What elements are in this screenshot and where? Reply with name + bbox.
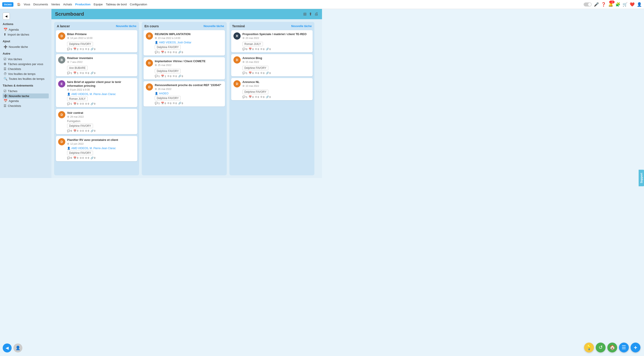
card-assignee-c2: Ann BUBARE bbox=[67, 66, 88, 70]
card-date-t3: ⚙ 10 mai 2022 bbox=[242, 84, 310, 88]
nav-production[interactable]: Production bbox=[75, 3, 90, 6]
footer-chat-c5: 💬 0 bbox=[67, 156, 72, 160]
card-avatar-c4: D bbox=[58, 111, 65, 118]
card-title-c2: Réaliser inventaire bbox=[67, 56, 135, 60]
card-c4[interactable]: D Voir contrat ⚙ 29 mai 2022 Fumigation … bbox=[56, 109, 137, 134]
card-header-c3: E faire Brief et appeler client pour le … bbox=[58, 80, 135, 91]
gear-icon-t1: ⚙ bbox=[242, 37, 245, 40]
calendar-icon: 📅 bbox=[4, 28, 8, 31]
card-title-e2: Implantation Vitrine / Client COMETE bbox=[155, 60, 223, 63]
card-c2[interactable]: B Réaliser inventaire ⚙ 7 aou 2022 Ann B… bbox=[56, 54, 137, 76]
card-meta-e2: Delphine FAVORY bbox=[155, 68, 223, 73]
sidebar-item-nouvelle-tache-2[interactable]: ➕ Nouvelle tache bbox=[3, 94, 49, 98]
sidebar-item-nouvelle-tache[interactable]: ➕ Nouvelle tâche bbox=[3, 44, 49, 49]
card-header-e1: D REUNION IMPLANTATION ⚙ 23 mai 2022 à 1… bbox=[146, 32, 223, 40]
footer-cal-t2: 📅 0 bbox=[249, 72, 254, 74]
sidebar-item-toutes-feuilles[interactable]: 🔍 Toutes les feuilles de temps bbox=[3, 76, 49, 81]
nav-documents[interactable]: Documents bbox=[33, 3, 48, 6]
new-task-en-cours[interactable]: Nouvelle tâche bbox=[204, 24, 224, 28]
sidebar-label-vos-taches: Vos tâches bbox=[8, 58, 22, 61]
card-t3[interactable]: D Annonce NL ⚙ 10 mai 2022 Delphine FAVO… bbox=[231, 78, 312, 100]
card-footer-t3: 💬 1 📅 0 ⚙ 0 ⚙ 0 🔗 0 bbox=[234, 96, 310, 98]
card-info-t3: Annonce NL ⚙ 10 mai 2022 bbox=[242, 80, 310, 88]
footer-chat-c1: 💬 3 bbox=[67, 48, 72, 50]
column-en-cours: En cours Nouvelle tâche D REUNION IMPLAN… bbox=[142, 22, 227, 175]
sidebar-item-import[interactable]: ⬆ Import de tâches bbox=[3, 32, 49, 37]
card-info-e1: REUNION IMPLANTATION ⚙ 23 mai 2022 à 14:… bbox=[155, 32, 223, 40]
sidebar-item-vos-feuilles[interactable]: ⏱ Vos feuilles de temps bbox=[3, 71, 49, 76]
sidebar-item-taches[interactable]: ☑ Tâches bbox=[3, 88, 49, 94]
card-partner-c5[interactable]: 👤AMD VIDEOS, M. Pierre-Jean Clarac bbox=[67, 147, 135, 150]
clock-icon: ⏱ bbox=[4, 72, 7, 76]
card-avatar-c5: D bbox=[58, 138, 65, 145]
card-avatar-c1: D bbox=[58, 32, 65, 40]
footer-cal-t3: 📅 0 bbox=[249, 96, 254, 98]
card-date-e2: ⚙ 25 mai 2022 bbox=[155, 64, 223, 67]
card-date-e1: ⚙ 23 mai 2022 à 14:00 bbox=[155, 37, 223, 40]
footer-chat-t1: 💬 0 bbox=[242, 48, 247, 50]
new-task-a-lancer[interactable]: Nouvelle tâche bbox=[116, 24, 136, 28]
nav-vous[interactable]: Vous bbox=[24, 3, 30, 6]
card-partner-c3[interactable]: 👤AMD VIDEOS, M. Pierre-Jean Clarac bbox=[67, 92, 135, 96]
footer-link-c1: 🔗 0 bbox=[90, 48, 96, 50]
card-header-t2: D Annonce Blog ⚙ 15 mai 2022 bbox=[234, 56, 310, 64]
card-date-c5: ⚙ 12 juin 2022 bbox=[67, 142, 135, 145]
nav-achats[interactable]: Achats bbox=[63, 3, 72, 6]
footer-gear-e3: ⚙ 0 bbox=[167, 102, 171, 105]
new-task-termine[interactable]: Nouvelle tâche bbox=[291, 24, 312, 28]
card-c1[interactable]: D Bilan Printane ⚙ 14 juin 2022 à 10:00 … bbox=[56, 30, 137, 52]
card-meta-c3: 👤AMD VIDEOS, M. Pierre-Jean Clarac Roman… bbox=[67, 92, 135, 101]
section-title-actions: Actions bbox=[3, 22, 49, 26]
card-avatar-t3: D bbox=[234, 80, 240, 88]
nav-tableau[interactable]: Tableau de bord bbox=[106, 3, 126, 6]
card-e3[interactable]: D Renouvellement proche du contrat REF '… bbox=[144, 81, 225, 106]
gear-icon: ⚙ bbox=[4, 62, 6, 66]
gear-icon-e3: ⚙ bbox=[155, 88, 157, 90]
card-c3[interactable]: E faire Brief et appeler client pour le … bbox=[56, 78, 137, 107]
column-a-lancer: A lancer Nouvelle tâche D Bilan Printane… bbox=[54, 22, 139, 175]
header-actions: ⊞ ⬆ 🖨 bbox=[303, 12, 318, 16]
sidebar-label-taches-assignees: Tâches assignées par vous bbox=[8, 62, 43, 66]
nav-ventes[interactable]: Ventes bbox=[51, 3, 60, 6]
card-partner-e1[interactable]: 👤AMD VIDEOS, Josh Orétar bbox=[155, 41, 223, 44]
sidebar-item-taches-assignees[interactable]: ⚙ Tâches assignées par vous bbox=[3, 62, 49, 66]
sidebar-item-agenda-2[interactable]: 📅 Agenda bbox=[3, 98, 49, 103]
card-date-c2: ⚙ 7 aou 2022 bbox=[67, 60, 135, 64]
check-icon: ☑ bbox=[4, 57, 6, 61]
card-c5[interactable]: D Planifier RV avec prestataire et clien… bbox=[56, 136, 137, 161]
card-t1[interactable]: R Proposition Spéciale / matériel / clie… bbox=[231, 30, 312, 52]
upload-icon[interactable]: ⬆ bbox=[309, 12, 312, 16]
sidebar-item-checklists-2[interactable]: ☰ Checklists bbox=[3, 103, 49, 108]
sidebar-item-agenda[interactable]: 📅 Agenda bbox=[3, 27, 49, 32]
sidebar-item-vos-taches[interactable]: ☑ Vos tâches bbox=[3, 56, 49, 62]
card-meta-e3: 👤HADEO Delphine FAVORY bbox=[155, 92, 223, 100]
card-partner-e3[interactable]: 👤HADEO bbox=[155, 92, 223, 95]
footer-cal-e3: 📅 0 bbox=[161, 102, 166, 105]
card-title-t1: Proposition Spéciale / matériel / client… bbox=[242, 32, 310, 36]
card-t2[interactable]: D Annonce Blog ⚙ 15 mai 2022 Delphine FA… bbox=[231, 54, 312, 76]
card-footer-c4: 💬 0 📅 0 ⚙ 0 ⚙ 0 🔗 0 bbox=[58, 130, 135, 132]
card-assignee-c3: Roman JUILY bbox=[67, 96, 88, 101]
card-title-t3: Annonce NL bbox=[242, 80, 310, 84]
nav-home[interactable]: 🏠 bbox=[17, 3, 20, 6]
footer-chat-t2: 💬 1 bbox=[242, 72, 247, 74]
nav-configuration[interactable]: Configuration bbox=[130, 3, 147, 6]
brand-logo[interactable]: incwo bbox=[2, 2, 14, 7]
grid-view-icon[interactable]: ⊞ bbox=[303, 12, 306, 16]
gear-icon-t3: ⚙ bbox=[242, 84, 245, 88]
print-icon[interactable]: 🖨 bbox=[314, 12, 318, 16]
sidebar-label-vos-feuilles: Vos feuilles de temps bbox=[8, 72, 36, 76]
card-e2[interactable]: D Implantation Vitrine / Client COMETE ⚙… bbox=[144, 57, 225, 80]
nav-equipe[interactable]: Equipe bbox=[94, 3, 103, 6]
card-e1[interactable]: D REUNION IMPLANTATION ⚙ 23 mai 2022 à 1… bbox=[144, 30, 225, 56]
sidebar-collapse-button[interactable]: ◀ bbox=[3, 12, 10, 20]
footer-link-c4: 🔗 0 bbox=[90, 130, 96, 132]
gear-icon-c2: ⚙ bbox=[67, 60, 69, 64]
card-title-c5: Planifier RV avec prestataire et client bbox=[67, 138, 135, 142]
card-title-e1: REUNION IMPLANTATION bbox=[155, 32, 223, 36]
footer-gearsub-c1: ⚙ 3 bbox=[85, 48, 89, 50]
sidebar-item-checklists[interactable]: ☰ Checklists bbox=[3, 66, 49, 71]
taches-plus-icon: ➕ bbox=[4, 94, 8, 98]
layout: ◀ Actions 📅 Agenda ⬆ Import de tâches Aj… bbox=[0, 9, 322, 178]
card-header-c5: D Planifier RV avec prestataire et clien… bbox=[58, 138, 135, 145]
